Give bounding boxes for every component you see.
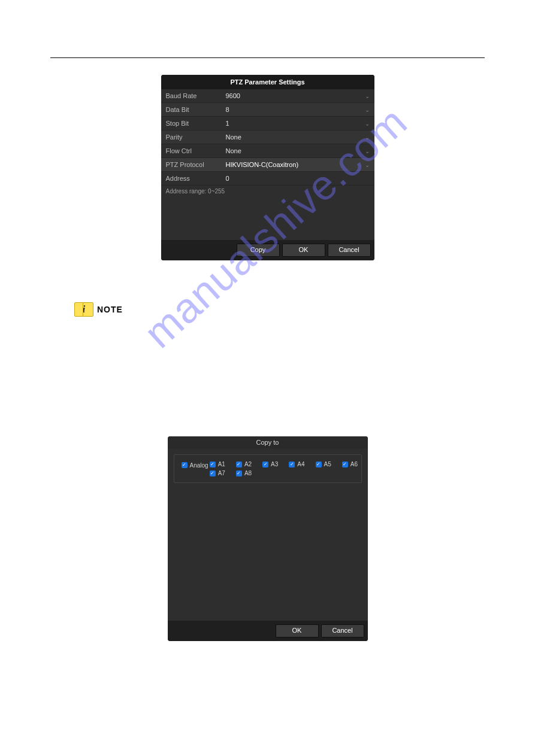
note-label: NOTE [97, 305, 123, 314]
note-callout: i NOTE [74, 302, 485, 317]
row-baud-rate[interactable]: Baud Rate 9600 ⌄ [161, 89, 374, 103]
channel-label: A4 [297, 461, 304, 467]
checkmark-icon: ✓ [236, 470, 242, 476]
note-icon: i [74, 302, 93, 317]
channel-label: A1 [218, 461, 225, 467]
channel-checkbox-a3[interactable]: ✓A3 [262, 461, 278, 467]
data-bit-label: Data Bit [166, 106, 226, 113]
flow-ctrl-value: None [226, 147, 365, 154]
cancel-button[interactable]: Cancel [328, 244, 371, 257]
checkmark-icon: ✓ [182, 462, 188, 468]
channel-label: A6 [350, 461, 358, 467]
checkmark-icon: ✓ [210, 462, 216, 467]
channel-checkbox-a1[interactable]: ✓A1 [210, 461, 225, 467]
channel-checkbox-a5[interactable]: ✓A5 [316, 461, 331, 467]
chevron-down-icon: ⌄ [365, 134, 370, 141]
row-ptz-protocol[interactable]: PTZ Protocol HIKVISION-C(Coaxitron) ⌄ [161, 158, 374, 172]
chevron-down-icon: ⌄ [365, 93, 370, 99]
channel-box: ✓ Analog ✓A1✓A2✓A3✓A4✓A5✓A6✓A7✓A8 [174, 454, 362, 483]
channel-label: A3 [271, 461, 278, 467]
checkmark-icon: ✓ [236, 462, 242, 467]
parity-value: None [226, 133, 365, 141]
baud-rate-label: Baud Rate [166, 92, 226, 99]
stop-bit-value: 1 [226, 120, 365, 127]
ptz-protocol-label: PTZ Protocol [166, 161, 226, 168]
copy-to-title: Copy to [168, 436, 368, 448]
channel-checkbox-a7[interactable]: ✓A7 [210, 470, 225, 476]
channel-label: A5 [324, 461, 331, 467]
dialog-title: PTZ Parameter Settings [161, 75, 374, 89]
row-data-bit[interactable]: Data Bit 8 ⌄ [161, 103, 374, 117]
chevron-down-icon: ⌄ [365, 120, 370, 127]
address-label: Address [166, 175, 226, 182]
channel-checkbox-a8[interactable]: ✓A8 [236, 470, 252, 476]
channel-checkbox-a4[interactable]: ✓A4 [289, 461, 304, 467]
stop-bit-label: Stop Bit [166, 120, 226, 127]
row-stop-bit[interactable]: Stop Bit 1 ⌄ [161, 117, 374, 130]
checkmark-icon: ✓ [342, 462, 348, 467]
cancel-button[interactable]: Cancel [321, 624, 364, 637]
chevron-down-icon: ⌄ [365, 162, 370, 168]
parity-label: Parity [166, 133, 226, 141]
channel-label: A8 [244, 470, 252, 476]
channel-checkbox-a2[interactable]: ✓A2 [236, 461, 252, 467]
page-divider [50, 57, 485, 58]
channel-label: A2 [244, 461, 252, 467]
row-flow-ctrl[interactable]: Flow Ctrl None ⌄ [161, 144, 374, 158]
dialog-button-bar: Copy OK Cancel [161, 240, 374, 260]
ptz-parameter-dialog: PTZ Parameter Settings Baud Rate 9600 ⌄ … [161, 75, 374, 260]
ptz-protocol-value: HIKVISION-C(Coaxitron) [226, 161, 365, 168]
data-bit-value: 8 [226, 106, 365, 113]
copy-to-dialog: Copy to ✓ Analog ✓A1✓A2✓A3✓A4✓A5✓A6✓A7✓A… [168, 436, 368, 641]
ok-button[interactable]: OK [276, 624, 319, 637]
copy-button[interactable]: Copy [237, 244, 280, 257]
row-parity[interactable]: Parity None ⌄ [161, 130, 374, 144]
ok-button[interactable]: OK [282, 244, 325, 257]
analog-checkbox[interactable]: ✓ Analog [182, 462, 208, 469]
channel-label: A7 [218, 470, 225, 476]
chevron-down-icon: ⌄ [365, 107, 370, 113]
checkmark-icon: ✓ [316, 462, 322, 467]
address-range-note: Address range: 0~255 [161, 186, 374, 197]
checkmark-icon: ✓ [210, 470, 216, 476]
analog-label: Analog [190, 462, 208, 469]
copy-to-button-bar: OK Cancel [168, 621, 368, 641]
flow-ctrl-label: Flow Ctrl [166, 147, 226, 154]
row-address[interactable]: Address 0 [161, 172, 374, 186]
channel-checkbox-a6[interactable]: ✓A6 [342, 461, 358, 467]
checkmark-icon: ✓ [289, 462, 295, 467]
baud-rate-value: 9600 [226, 92, 365, 99]
address-value: 0 [226, 175, 370, 182]
checkmark-icon: ✓ [262, 462, 268, 467]
chevron-down-icon: ⌄ [365, 148, 370, 154]
